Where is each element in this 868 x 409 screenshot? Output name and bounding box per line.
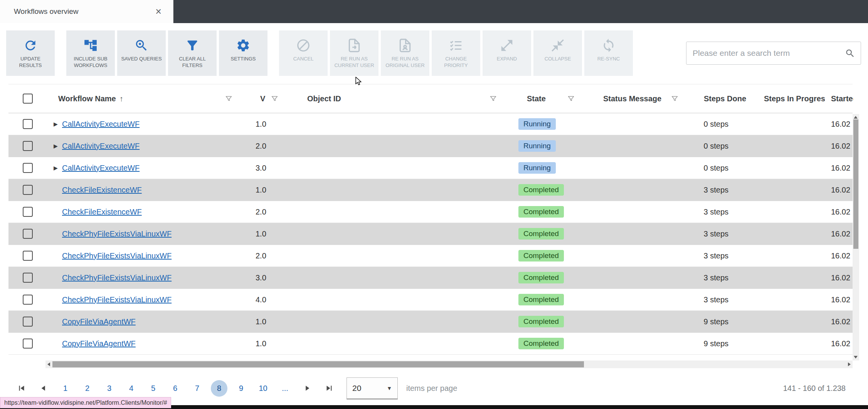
column-header-steps-in-progress[interactable]: Steps In Progress — [750, 94, 825, 103]
button-label: CHANGE PRIORITY — [432, 55, 480, 69]
scroll-up-icon[interactable] — [854, 116, 858, 119]
started-cell: 16.02 — [825, 142, 853, 151]
page-number-button[interactable]: 4 — [120, 377, 142, 399]
column-header-started[interactable]: Started — [825, 94, 853, 103]
last-page-icon[interactable] — [318, 377, 340, 399]
workflow-name-cell: ▶ CopyFileViaAgentWF — [47, 317, 249, 326]
filter-icon[interactable] — [225, 95, 233, 103]
expand-row-icon[interactable]: ▶ — [54, 121, 62, 127]
page-number-button[interactable]: 6 — [164, 377, 186, 399]
row-checkbox[interactable] — [23, 185, 33, 195]
update-results-button[interactable]: UPDATE RESULTS — [6, 30, 55, 76]
horizontal-scrollbar[interactable] — [45, 360, 853, 368]
page-number-button[interactable]: 2 — [76, 377, 98, 399]
steps-done-cell: 9 steps — [683, 317, 750, 326]
first-page-icon[interactable] — [10, 377, 32, 399]
filter-icon[interactable] — [671, 95, 679, 103]
include-sub-workflows-button[interactable]: INCLUDE SUB WORKFLOWS — [66, 30, 115, 76]
page-number-button[interactable]: ... — [274, 377, 296, 399]
page-number-button[interactable]: 10 — [252, 377, 274, 399]
workflow-name-link[interactable]: CheckPhyFileExistsViaLinuxWF — [62, 251, 172, 260]
row-checkbox[interactable] — [23, 251, 33, 261]
workflow-name-link[interactable]: CheckFileExistenceWF — [62, 208, 142, 216]
workflow-name-link[interactable]: CheckFileExistenceWF — [62, 186, 142, 194]
state-cell: Completed — [501, 316, 581, 327]
button-label: INCLUDE SUB WORKFLOWS — [66, 55, 115, 69]
row-checkbox[interactable] — [23, 229, 33, 239]
column-header-version[interactable]: V — [249, 94, 282, 103]
vertical-scrollbar[interactable] — [853, 114, 859, 360]
page-number-button[interactable]: 1 — [54, 377, 76, 399]
started-cell: 16.02 — [825, 230, 853, 238]
page-number-button[interactable]: 7 — [186, 377, 208, 399]
button-label: RE RUN AS ORIGINAL USER — [381, 55, 429, 69]
workflow-name-link[interactable]: CallActivityExecuteWF — [62, 164, 140, 173]
column-header-workflow-name[interactable]: Workflow Name ↑ — [47, 94, 249, 103]
steps-done-cell: 3 steps — [683, 186, 750, 194]
page-number-label: 1 — [57, 380, 74, 397]
workflow-name-link[interactable]: CallActivityExecuteWF — [62, 120, 140, 129]
saved-queries-button[interactable]: SAVED QUERIES — [117, 30, 166, 76]
button-label: SAVED QUERIES — [119, 55, 164, 62]
filter-icon[interactable] — [271, 95, 279, 103]
vertical-scrollbar-thumb[interactable] — [853, 119, 858, 249]
scroll-right-icon[interactable] — [848, 362, 851, 366]
state-badge: Completed — [518, 294, 564, 305]
state-badge: Completed — [518, 272, 564, 283]
column-header-object-id[interactable]: Object ID — [282, 94, 501, 103]
page-number-button[interactable]: 3 — [98, 377, 120, 399]
column-header-steps-done[interactable]: Steps Done — [683, 94, 750, 103]
row-checkbox-cell — [8, 317, 47, 327]
next-page-icon[interactable] — [296, 377, 318, 399]
workflow-name-link[interactable]: CopyFileViaAgentWF — [62, 339, 136, 348]
state-badge: Running — [518, 140, 556, 152]
workflow-name-link[interactable]: CheckPhyFileExistsViaLinuxWF — [62, 295, 172, 304]
table-row: ▶ CheckFileExistenceWF 2.0 Completed 3 s… — [8, 201, 853, 223]
status-url-bubble: https://team-vidiflow.vidispine.net/Plat… — [0, 397, 171, 408]
expand-row-icon[interactable]: ▶ — [54, 165, 62, 171]
workflow-name-link[interactable]: CallActivityExecuteWF — [62, 142, 140, 151]
search-icon[interactable] — [845, 48, 855, 59]
page-number-button[interactable]: 8 — [208, 377, 230, 399]
row-checkbox[interactable] — [23, 273, 33, 283]
row-checkbox[interactable] — [23, 141, 33, 151]
row-checkbox-cell — [8, 163, 47, 173]
tab-workflows-overview[interactable]: Workflows overview × — [0, 0, 173, 23]
filter-icon[interactable] — [567, 95, 575, 103]
row-checkbox[interactable] — [23, 207, 33, 217]
state-cell: Running — [501, 162, 581, 174]
horizontal-scrollbar-thumb[interactable] — [52, 361, 584, 367]
column-header-state[interactable]: State — [501, 94, 581, 103]
button-label: EXPAND — [495, 55, 520, 62]
column-header-status-message[interactable]: Status Message — [581, 94, 683, 103]
expand-row-icon[interactable]: ▶ — [54, 143, 62, 149]
workflow-name-cell: ▶ CallActivityExecuteWF — [47, 120, 249, 129]
row-checkbox[interactable] — [23, 163, 33, 173]
version-cell: 2.0 — [249, 142, 282, 151]
row-checkbox[interactable] — [23, 295, 33, 305]
select-all-checkbox[interactable] — [23, 94, 33, 104]
row-checkbox[interactable] — [23, 119, 33, 129]
workflow-name-link[interactable]: CheckPhyFileExistsViaLinuxWF — [62, 273, 172, 282]
settings-button[interactable]: SETTINGS — [219, 30, 267, 76]
workflow-name-cell: ▶ CheckPhyFileExistsViaLinuxWF — [47, 230, 249, 238]
page-size-select[interactable]: 20 ▼ — [347, 377, 398, 399]
browser-tab-bar: Workflows overview × — [0, 0, 868, 23]
clear-all-filters-button[interactable]: CLEAR ALL FILTERS — [168, 30, 217, 76]
filter-icon[interactable] — [489, 95, 497, 103]
close-tab-icon[interactable]: × — [155, 7, 161, 17]
scroll-left-icon[interactable] — [47, 362, 50, 366]
row-checkbox[interactable] — [23, 317, 33, 327]
workflow-name-link[interactable]: CopyFileViaAgentWF — [62, 317, 136, 326]
workflow-name-link[interactable]: CheckPhyFileExistsViaLinuxWF — [62, 230, 172, 238]
page-number-button[interactable]: 9 — [230, 377, 252, 399]
search-input[interactable] — [692, 48, 845, 58]
refresh-icon — [23, 37, 38, 54]
row-checkbox[interactable] — [23, 339, 33, 349]
started-cell: 16.02 — [825, 164, 853, 173]
previous-page-icon[interactable] — [32, 377, 54, 399]
state-badge: Running — [518, 118, 556, 130]
items-per-page-label: items per page — [406, 384, 457, 393]
scroll-down-icon[interactable] — [854, 356, 858, 359]
page-number-button[interactable]: 5 — [142, 377, 164, 399]
